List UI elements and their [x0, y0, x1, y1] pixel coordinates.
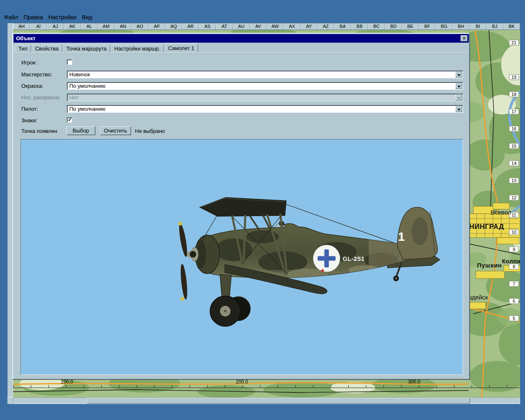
- nose-art-value: Нет: [69, 94, 78, 100]
- map-row-label: 19: [509, 74, 519, 80]
- map-ruler-label: 200.0: [236, 379, 248, 385]
- map-row-label: 15: [509, 143, 519, 149]
- dialog-titlebar[interactable]: Объект ✕: [14, 34, 469, 43]
- map-column-header: BJ: [486, 23, 503, 30]
- map-column-header: AM: [98, 23, 114, 30]
- skill-combobox[interactable]: Новичок: [67, 71, 463, 78]
- map-row-label: 14: [509, 160, 519, 166]
- dialog-tab-5[interactable]: Самолет 1: [164, 43, 198, 52]
- nose-art-combobox: Нет: [67, 94, 463, 101]
- chevron-down-icon: [457, 109, 461, 112]
- map-column-header: AT: [216, 23, 233, 30]
- dialog-tab-4[interactable]: Настройки маршр.: [111, 45, 164, 52]
- map-row-label: 18: [509, 91, 519, 97]
- map-row-label: 6: [509, 298, 519, 304]
- map-column-header: BF: [419, 23, 436, 30]
- map-column-header: AX: [283, 23, 300, 30]
- scrollbar-corner: [7, 397, 13, 404]
- chevron-down-icon: [457, 97, 461, 101]
- map-row-label: 5: [509, 315, 519, 321]
- map-row-label: 17: [509, 109, 519, 114]
- map-column-headers: AHAIAJAKALAMANAOAPAQARASATAUAVAWAXAYAZBA…: [13, 23, 520, 30]
- map-column-header: AY: [300, 23, 317, 30]
- map-row-label: 8: [509, 264, 519, 269]
- close-button[interactable]: ✕: [461, 35, 468, 41]
- tab-divider: [14, 52, 468, 53]
- chevron-down-icon: [457, 74, 461, 78]
- markings-checkbox[interactable]: ✓: [67, 117, 72, 123]
- nose-art-dropdown-button: [455, 94, 462, 100]
- dialog-title: Объект: [16, 35, 36, 41]
- skill-label: Мастерство:: [21, 71, 52, 78]
- player-checkbox[interactable]: ✓: [67, 59, 72, 65]
- map-row-label: 16: [509, 126, 519, 132]
- dialog-tab-1[interactable]: Тип: [15, 45, 31, 52]
- map-column-header: AU: [233, 23, 250, 30]
- map-city-label: рдейск: [468, 294, 488, 301]
- map-column-header: AQ: [165, 23, 182, 30]
- clear-button[interactable]: Очистить: [100, 126, 131, 135]
- map-column-header: AI: [30, 23, 47, 30]
- menu-item-1[interactable]: Файл: [4, 14, 18, 22]
- map-row-label: 13: [509, 178, 519, 183]
- pilot-label: Пилот:: [21, 106, 38, 112]
- map-column-header: AJ: [47, 23, 64, 30]
- map-column-header: BB: [351, 23, 368, 30]
- map-column-header: AN: [114, 23, 131, 30]
- map-column-header: BC: [368, 23, 385, 30]
- map-column-header: AO: [131, 23, 148, 30]
- map-city-label: НИНГРАД: [469, 223, 504, 231]
- select-button[interactable]: Выбор: [66, 126, 95, 135]
- map-row-label: 9: [509, 247, 519, 252]
- menu-item-2[interactable]: Правка: [23, 14, 43, 22]
- dialog-tab-2[interactable]: Свойства: [32, 45, 62, 52]
- skin-dropdown-button[interactable]: [455, 83, 462, 89]
- map-city-label: Пушкин: [477, 262, 502, 269]
- chevron-down-icon: [457, 86, 461, 89]
- map-city-label: Всевол: [491, 209, 511, 216]
- aircraft-preview: 1: [21, 139, 463, 375]
- map-row-label: 21: [509, 40, 519, 46]
- map-column-header: AW: [267, 23, 283, 30]
- horizontal-scrollbar[interactable]: [13, 397, 520, 404]
- map-row-label: 7: [509, 281, 519, 287]
- skin-label: Окраска:: [21, 83, 43, 89]
- skill-value: Новичок: [69, 71, 90, 78]
- skin-combobox[interactable]: По умолчанию: [67, 82, 463, 90]
- map-column-header: AK: [64, 23, 81, 30]
- check-icon: ✓: [68, 116, 72, 123]
- markings-label: Знаки:: [21, 117, 37, 123]
- nose-art-label: Нос. раскраска:: [21, 94, 60, 100]
- map-column-header: AP: [148, 23, 165, 30]
- close-icon: ✕: [462, 36, 466, 41]
- scrollbar-thumb[interactable]: [87, 398, 470, 404]
- dialog-tab-3[interactable]: Точка маршрута: [63, 45, 110, 52]
- map-column-header: AH: [13, 23, 30, 30]
- map-column-header: BH: [452, 23, 469, 30]
- map-row-label: 10: [509, 229, 519, 235]
- spawn-status-text: Не выбрано: [135, 128, 165, 134]
- menu-item-4[interactable]: Вид: [82, 14, 92, 22]
- aircraft-code: GL-251: [342, 255, 365, 262]
- pilot-value: По умолчанию: [69, 106, 105, 112]
- map-column-header: BI: [469, 23, 486, 30]
- skin-value: По умолчанию: [69, 83, 105, 89]
- map-ruler-label: 300.0: [408, 379, 420, 385]
- spawn-point-label: Точка появлен: [21, 128, 57, 134]
- player-label: Игрок:: [21, 59, 37, 66]
- map-column-header: AV: [250, 23, 267, 30]
- map-column-header: AZ: [317, 23, 334, 30]
- tail-number: 1: [398, 230, 405, 243]
- menu-item-3[interactable]: Настройки: [48, 14, 77, 22]
- map-ruler-line: [13, 388, 520, 388]
- aircraft-image: 1: [21, 139, 463, 374]
- pilot-combobox[interactable]: По умолчанию: [67, 105, 463, 113]
- menu-bar: ФайлПравкаНастройкиВид: [4, 14, 92, 22]
- map-column-header: AR: [182, 23, 199, 30]
- map-column-header: BG: [436, 23, 452, 30]
- map-column-header: BE: [402, 23, 419, 30]
- pilot-dropdown-button[interactable]: [455, 106, 462, 112]
- map-city-label: Колпи: [502, 258, 520, 265]
- skill-dropdown-button[interactable]: [455, 71, 462, 78]
- map-row-label: 12: [509, 195, 519, 201]
